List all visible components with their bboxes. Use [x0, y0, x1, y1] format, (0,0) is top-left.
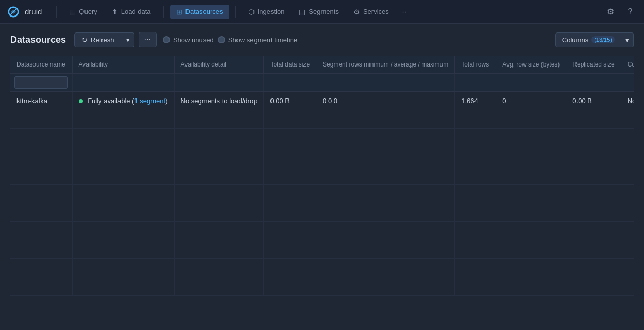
more-actions-button[interactable]: ···: [139, 32, 157, 47]
table-empty-row-1: [10, 110, 634, 129]
show-unused-label: Show unused: [173, 36, 214, 44]
table-row[interactable]: kttm-kafka Fully available (1 segment) N…: [10, 91, 634, 110]
nav-divider-3: [235, 6, 236, 18]
nav-divider: [56, 6, 57, 18]
nav-item-query[interactable]: ▦ Query: [63, 5, 103, 19]
query-icon: ▦: [69, 8, 76, 16]
show-segment-timeline-label: Show segment timeline: [228, 36, 297, 44]
nav-divider-2: [163, 6, 164, 18]
table-empty-row-5: [10, 185, 634, 203]
nav-label-ingestion: Ingestion: [258, 8, 285, 15]
show-segment-timeline-toggle[interactable]: Show segment timeline: [218, 36, 297, 44]
nav-item-ingestion[interactable]: ⬡ Ingestion: [242, 5, 291, 19]
toggle-group: Show unused Show segment timeline: [163, 36, 297, 44]
datasources-icon: ⊞: [176, 8, 182, 16]
th-availability-detail: Availability detail: [174, 56, 264, 74]
refresh-button[interactable]: ↻ Refresh: [74, 32, 122, 47]
datasource-name-filter[interactable]: [14, 76, 68, 89]
columns-button-group: Columns (13/15) ▾: [555, 32, 634, 47]
table-empty-row-6: [10, 203, 634, 222]
datasources-table-container: Datasource name Availability Availabilit…: [10, 56, 634, 325]
cell-total-data-size: 0.00 B: [264, 91, 316, 110]
segment-link[interactable]: 1 segment: [134, 97, 165, 105]
table-empty-row-8: [10, 240, 634, 259]
more-actions-icon: ···: [144, 36, 151, 44]
cell-avail-detail: No segments to load/drop: [174, 91, 264, 110]
table-empty-row-10: [10, 277, 634, 296]
th-segment-rows: Segment rows minimum / average / maximum: [316, 56, 455, 74]
columns-button[interactable]: Columns (13/15): [555, 32, 621, 47]
columns-badge: (13/15): [591, 36, 615, 43]
cell-availability: Fully available (1 segment): [72, 91, 174, 110]
availability-status-dot: [79, 99, 83, 103]
show-unused-toggle[interactable]: Show unused: [163, 36, 214, 44]
th-total-data-size: Total data size: [264, 56, 316, 74]
cell-replicated-size: 0.00 B: [566, 91, 621, 110]
nav-item-datasources[interactable]: ⊞ Datasources: [170, 5, 229, 19]
nav-label-query: Query: [79, 8, 97, 15]
nav-label-load-data: Load data: [121, 8, 151, 15]
columns-dropdown-button[interactable]: ▾: [621, 32, 634, 47]
table-empty-row-9: [10, 259, 634, 277]
table-empty-row-3: [10, 147, 634, 166]
nav-label-segments: Segments: [309, 8, 339, 15]
table-header-row: Datasource name Availability Availabilit…: [10, 56, 634, 74]
nav-more-button[interactable]: ···: [397, 5, 411, 19]
nav-item-segments[interactable]: ▤ Segments: [293, 5, 345, 19]
columns-label: Columns: [562, 36, 588, 44]
th-datasource-name: Datasource name: [10, 56, 72, 74]
refresh-button-group: ↻ Refresh ▾: [74, 32, 134, 47]
cell-comp: Not: [621, 91, 634, 110]
cell-total-rows: 1,664: [455, 91, 496, 110]
page-content: Datasources ↻ Refresh ▾ ··· Show unused …: [0, 24, 644, 330]
table-empty-row-7: [10, 222, 634, 240]
refresh-label: Refresh: [91, 36, 114, 44]
page-toolbar: Datasources ↻ Refresh ▾ ··· Show unused …: [10, 32, 634, 47]
ingestion-icon: ⬡: [248, 8, 255, 16]
settings-button[interactable]: ⚙: [603, 4, 618, 20]
refresh-dropdown-button[interactable]: ▾: [122, 32, 134, 47]
show-segment-timeline-circle: [218, 36, 225, 43]
segments-icon: ▤: [299, 8, 306, 16]
services-icon: ⚙: [353, 8, 360, 16]
nav-more-icon: ···: [401, 8, 407, 15]
cell-datasource-name: kttm-kafka: [10, 91, 72, 110]
show-unused-circle: [163, 36, 170, 43]
nav-label-datasources: Datasources: [185, 8, 223, 15]
refresh-icon: ↻: [82, 36, 88, 44]
brand-logo-link[interactable]: druid: [6, 5, 42, 19]
nav-item-load-data[interactable]: ⬆ Load data: [106, 5, 157, 19]
columns-dropdown-icon: ▾: [625, 36, 629, 44]
top-navigation: druid ▦ Query ⬆ Load data ⊞ Datasources …: [0, 0, 644, 24]
table-empty-row-4: [10, 166, 634, 185]
load-data-icon: ⬆: [112, 8, 118, 16]
nav-label-services: Services: [363, 8, 389, 15]
th-comp: Com: [621, 56, 634, 74]
cell-avg-row-size: 0: [496, 91, 566, 110]
th-avg-row-size: Avg. row size (bytes): [496, 56, 566, 74]
th-replicated-size: Replicated size: [566, 56, 621, 74]
page-title: Datasources: [10, 35, 66, 45]
table-empty-row-2: [10, 129, 634, 147]
druid-logo: [6, 5, 21, 19]
nav-right-actions: ⚙ ?: [603, 4, 638, 20]
refresh-dropdown-icon: ▾: [126, 36, 130, 44]
datasources-table: Datasource name Availability Availabilit…: [10, 56, 634, 296]
table-filter-row: [10, 74, 634, 91]
th-total-rows: Total rows: [455, 56, 496, 74]
brand-name: druid: [25, 7, 42, 16]
help-button[interactable]: ?: [622, 4, 638, 20]
th-availability: Availability: [72, 56, 174, 74]
nav-item-services[interactable]: ⚙ Services: [347, 5, 395, 19]
cell-segment-rows: 0 0 0: [316, 91, 455, 110]
